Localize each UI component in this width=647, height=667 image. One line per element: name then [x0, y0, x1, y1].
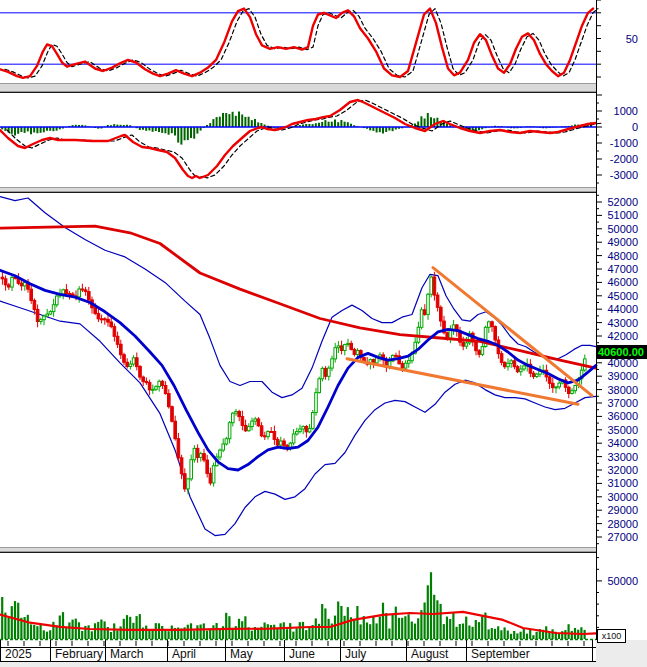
svg-text:34000: 34000	[607, 437, 638, 449]
svg-text:39000: 39000	[607, 370, 638, 382]
svg-text:33000: 33000	[607, 451, 638, 463]
svg-text:42000: 42000	[607, 330, 638, 342]
svg-text:35000: 35000	[607, 424, 638, 436]
svg-text:30000: 30000	[607, 491, 638, 503]
svg-text:February: February	[55, 647, 103, 661]
svg-text:-1000: -1000	[610, 137, 638, 149]
svg-text:46000: 46000	[607, 276, 638, 288]
svg-text:51000: 51000	[607, 209, 638, 221]
stock-chart-window: 5010000-1000-2000-3000270002800029000300…	[0, 0, 647, 667]
svg-text:28000: 28000	[607, 518, 638, 530]
volume-unit-label: x100	[597, 629, 626, 643]
svg-text:44000: 44000	[607, 303, 638, 315]
svg-text:50: 50	[626, 33, 638, 45]
svg-text:47000: 47000	[607, 263, 638, 275]
svg-text:37000: 37000	[607, 397, 638, 409]
svg-text:50000: 50000	[607, 575, 638, 587]
svg-text:2025: 2025	[5, 647, 32, 661]
svg-text:31000: 31000	[607, 477, 638, 489]
svg-text:50000: 50000	[607, 223, 638, 235]
svg-text:1000: 1000	[614, 105, 638, 117]
panel-splitter[interactable]	[0, 547, 596, 553]
svg-text:-3000: -3000	[610, 169, 638, 181]
chart-canvas: 5010000-1000-2000-3000270002800029000300…	[0, 0, 647, 667]
svg-text:48000: 48000	[607, 250, 638, 262]
svg-text:April: April	[172, 647, 196, 661]
svg-text:32000: 32000	[607, 464, 638, 476]
svg-text:June: June	[289, 647, 315, 661]
panel-splitter[interactable]	[0, 83, 596, 93]
svg-text:August: August	[411, 647, 449, 661]
svg-text:September: September	[471, 647, 530, 661]
svg-text:45000: 45000	[607, 290, 638, 302]
last-price-marker: 40600.00	[597, 345, 647, 359]
svg-text:52000: 52000	[607, 196, 638, 208]
svg-text:36000: 36000	[607, 410, 638, 422]
svg-text:0: 0	[632, 121, 638, 133]
svg-text:49000: 49000	[607, 236, 638, 248]
svg-text:May: May	[230, 647, 253, 661]
svg-text:July: July	[345, 647, 366, 661]
svg-text:38000: 38000	[607, 384, 638, 396]
panel-splitter[interactable]	[0, 187, 596, 193]
svg-text:March: March	[110, 647, 143, 661]
svg-text:43000: 43000	[607, 317, 638, 329]
svg-text:27000: 27000	[607, 531, 638, 543]
svg-text:-2000: -2000	[610, 153, 638, 165]
svg-text:29000: 29000	[607, 504, 638, 516]
